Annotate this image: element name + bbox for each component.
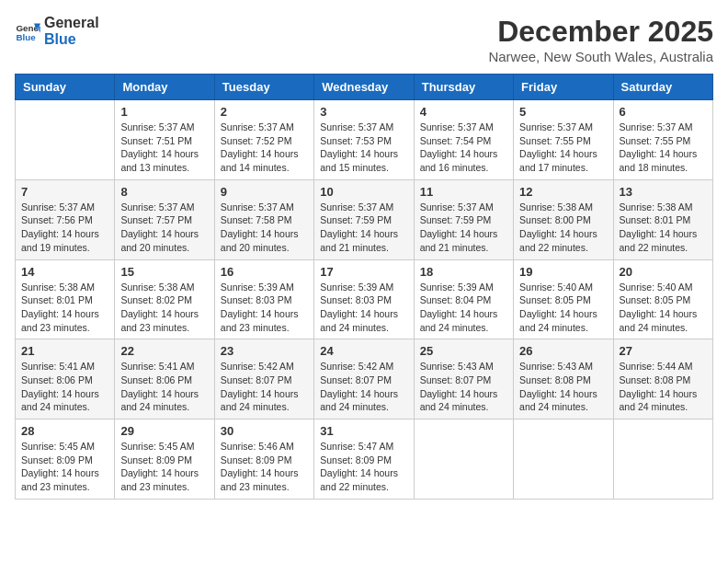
calendar-cell: 2Sunrise: 5:37 AM Sunset: 7:52 PM Daylig… xyxy=(214,100,313,180)
day-info: Sunrise: 5:37 AM Sunset: 7:54 PM Dayligh… xyxy=(420,121,507,175)
day-info: Sunrise: 5:41 AM Sunset: 8:06 PM Dayligh… xyxy=(120,360,208,414)
calendar-cell: 29Sunrise: 5:45 AM Sunset: 8:09 PM Dayli… xyxy=(115,419,214,500)
day-info: Sunrise: 5:38 AM Sunset: 8:01 PM Dayligh… xyxy=(21,281,108,335)
calendar-cell: 19Sunrise: 5:40 AM Sunset: 8:05 PM Dayli… xyxy=(514,259,613,339)
calendar-cell: 24Sunrise: 5:42 AM Sunset: 8:07 PM Dayli… xyxy=(314,339,414,419)
day-number: 24 xyxy=(320,344,407,358)
calendar-week-row: 1Sunrise: 5:37 AM Sunset: 7:51 PM Daylig… xyxy=(16,100,713,180)
logo-blue-text: Blue xyxy=(44,31,99,48)
day-number: 14 xyxy=(21,265,108,279)
day-number: 2 xyxy=(221,105,308,119)
calendar-cell: 8Sunrise: 5:37 AM Sunset: 7:57 PM Daylig… xyxy=(115,179,214,259)
calendar-cell: 14Sunrise: 5:38 AM Sunset: 8:01 PM Dayli… xyxy=(16,259,115,339)
day-info: Sunrise: 5:38 AM Sunset: 8:00 PM Dayligh… xyxy=(519,201,607,255)
day-info: Sunrise: 5:38 AM Sunset: 8:02 PM Dayligh… xyxy=(120,281,208,335)
day-number: 23 xyxy=(221,344,308,358)
day-header-sunday: Sunday xyxy=(16,75,115,100)
day-number: 13 xyxy=(620,185,707,199)
day-header-wednesday: Wednesday xyxy=(314,75,414,100)
calendar-cell: 23Sunrise: 5:42 AM Sunset: 8:07 PM Dayli… xyxy=(214,339,313,419)
calendar-cell: 27Sunrise: 5:44 AM Sunset: 8:08 PM Dayli… xyxy=(613,339,712,419)
day-info: Sunrise: 5:40 AM Sunset: 8:05 PM Dayligh… xyxy=(519,281,607,335)
day-info: Sunrise: 5:39 AM Sunset: 8:03 PM Dayligh… xyxy=(320,281,407,335)
day-info: Sunrise: 5:40 AM Sunset: 8:05 PM Dayligh… xyxy=(620,281,707,335)
logo-icon: General Blue xyxy=(15,18,40,44)
header: General Blue General Blue December 2025 … xyxy=(15,15,713,64)
day-info: Sunrise: 5:46 AM Sunset: 8:09 PM Dayligh… xyxy=(221,440,308,494)
calendar-cell: 31Sunrise: 5:47 AM Sunset: 8:09 PM Dayli… xyxy=(314,419,414,500)
calendar-header-row: SundayMondayTuesdayWednesdayThursdayFrid… xyxy=(16,75,713,100)
calendar-cell: 16Sunrise: 5:39 AM Sunset: 8:03 PM Dayli… xyxy=(214,259,313,339)
calendar-cell: 5Sunrise: 5:37 AM Sunset: 7:55 PM Daylig… xyxy=(514,100,613,180)
day-info: Sunrise: 5:37 AM Sunset: 7:51 PM Dayligh… xyxy=(120,121,208,175)
calendar-week-row: 7Sunrise: 5:37 AM Sunset: 7:56 PM Daylig… xyxy=(16,179,713,259)
logo: General Blue General Blue xyxy=(15,15,99,47)
day-number: 9 xyxy=(221,185,308,199)
day-number: 19 xyxy=(519,265,607,279)
day-number: 27 xyxy=(620,344,707,358)
day-header-saturday: Saturday xyxy=(613,75,712,100)
day-header-thursday: Thursday xyxy=(414,75,513,100)
svg-text:Blue: Blue xyxy=(16,31,36,41)
calendar-cell: 15Sunrise: 5:38 AM Sunset: 8:02 PM Dayli… xyxy=(115,259,214,339)
day-info: Sunrise: 5:42 AM Sunset: 8:07 PM Dayligh… xyxy=(221,360,308,414)
calendar-cell xyxy=(16,100,115,180)
month-title: December 2025 xyxy=(488,15,713,49)
day-number: 6 xyxy=(620,105,707,119)
calendar-cell: 21Sunrise: 5:41 AM Sunset: 8:06 PM Dayli… xyxy=(16,339,115,419)
calendar-cell: 6Sunrise: 5:37 AM Sunset: 7:55 PM Daylig… xyxy=(613,100,712,180)
calendar-cell: 26Sunrise: 5:43 AM Sunset: 8:08 PM Dayli… xyxy=(514,339,613,419)
day-number: 22 xyxy=(120,344,208,358)
day-number: 1 xyxy=(120,105,208,119)
calendar-week-row: 21Sunrise: 5:41 AM Sunset: 8:06 PM Dayli… xyxy=(16,339,713,419)
day-number: 30 xyxy=(221,424,308,438)
day-info: Sunrise: 5:39 AM Sunset: 8:04 PM Dayligh… xyxy=(420,281,507,335)
calendar-cell: 12Sunrise: 5:38 AM Sunset: 8:00 PM Dayli… xyxy=(514,179,613,259)
day-number: 3 xyxy=(320,105,407,119)
day-number: 7 xyxy=(21,185,108,199)
day-info: Sunrise: 5:37 AM Sunset: 7:59 PM Dayligh… xyxy=(320,201,407,255)
calendar-table: SundayMondayTuesdayWednesdayThursdayFrid… xyxy=(15,74,713,500)
day-info: Sunrise: 5:38 AM Sunset: 8:01 PM Dayligh… xyxy=(620,201,707,255)
calendar-cell: 25Sunrise: 5:43 AM Sunset: 8:07 PM Dayli… xyxy=(414,339,513,419)
day-number: 25 xyxy=(420,344,507,358)
logo-general-text: General xyxy=(44,15,99,31)
day-info: Sunrise: 5:37 AM Sunset: 7:53 PM Dayligh… xyxy=(320,121,407,175)
day-header-monday: Monday xyxy=(115,75,214,100)
calendar-cell: 17Sunrise: 5:39 AM Sunset: 8:03 PM Dayli… xyxy=(314,259,414,339)
day-info: Sunrise: 5:37 AM Sunset: 7:52 PM Dayligh… xyxy=(221,121,308,175)
day-number: 26 xyxy=(519,344,607,358)
day-info: Sunrise: 5:37 AM Sunset: 7:55 PM Dayligh… xyxy=(519,121,607,175)
calendar-cell xyxy=(414,419,513,500)
day-number: 28 xyxy=(21,424,108,438)
day-number: 21 xyxy=(21,344,108,358)
day-info: Sunrise: 5:37 AM Sunset: 7:58 PM Dayligh… xyxy=(221,201,308,255)
calendar-cell: 3Sunrise: 5:37 AM Sunset: 7:53 PM Daylig… xyxy=(314,100,414,180)
day-info: Sunrise: 5:37 AM Sunset: 7:55 PM Dayligh… xyxy=(620,121,707,175)
title-area: December 2025 Narwee, New South Wales, A… xyxy=(488,15,713,64)
day-number: 10 xyxy=(320,185,407,199)
calendar-week-row: 14Sunrise: 5:38 AM Sunset: 8:01 PM Dayli… xyxy=(16,259,713,339)
day-number: 11 xyxy=(420,185,507,199)
calendar-cell: 28Sunrise: 5:45 AM Sunset: 8:09 PM Dayli… xyxy=(16,419,115,500)
day-number: 20 xyxy=(620,265,707,279)
day-info: Sunrise: 5:44 AM Sunset: 8:08 PM Dayligh… xyxy=(620,360,707,414)
calendar-cell: 9Sunrise: 5:37 AM Sunset: 7:58 PM Daylig… xyxy=(214,179,313,259)
calendar-cell: 18Sunrise: 5:39 AM Sunset: 8:04 PM Dayli… xyxy=(414,259,513,339)
day-info: Sunrise: 5:37 AM Sunset: 7:59 PM Dayligh… xyxy=(420,201,507,255)
calendar-cell xyxy=(514,419,613,500)
day-header-tuesday: Tuesday xyxy=(214,75,313,100)
day-number: 17 xyxy=(320,265,407,279)
calendar-cell xyxy=(613,419,712,500)
day-number: 29 xyxy=(120,424,208,438)
calendar-cell: 13Sunrise: 5:38 AM Sunset: 8:01 PM Dayli… xyxy=(613,179,712,259)
day-number: 31 xyxy=(320,424,407,438)
day-number: 18 xyxy=(420,265,507,279)
day-info: Sunrise: 5:37 AM Sunset: 7:56 PM Dayligh… xyxy=(21,201,108,255)
day-info: Sunrise: 5:42 AM Sunset: 8:07 PM Dayligh… xyxy=(320,360,407,414)
calendar-cell: 20Sunrise: 5:40 AM Sunset: 8:05 PM Dayli… xyxy=(613,259,712,339)
day-info: Sunrise: 5:43 AM Sunset: 8:07 PM Dayligh… xyxy=(420,360,507,414)
day-info: Sunrise: 5:45 AM Sunset: 8:09 PM Dayligh… xyxy=(21,440,108,494)
location-title: Narwee, New South Wales, Australia xyxy=(488,49,713,64)
day-number: 5 xyxy=(519,105,607,119)
